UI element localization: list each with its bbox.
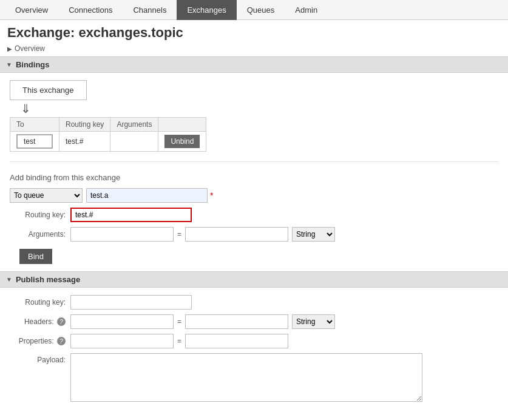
cell-routing-key: test.#	[59, 132, 110, 152]
queue-input[interactable]	[86, 188, 208, 203]
to-cell-value: test	[16, 134, 53, 149]
bindings-arrow-icon: ▼	[6, 61, 12, 68]
col-arguments: Arguments	[110, 118, 158, 132]
bindings-diagram: This exchange ⇓ To Routing key Arguments…	[10, 80, 498, 152]
bind-button[interactable]: Bind	[19, 249, 52, 264]
publish-routing-key-row: Routing key:	[10, 295, 498, 310]
publish-routing-key-input[interactable]	[70, 295, 192, 310]
to-queue-select[interactable]: To queue To exchange	[10, 188, 83, 203]
table-row: test test.# Unbind	[10, 132, 206, 152]
add-binding-title: Add binding from this exchange	[10, 168, 498, 182]
routing-key-input[interactable]	[70, 208, 192, 222]
arguments-row: Arguments: = String Integer Boolean	[10, 227, 498, 242]
overview-label: Overview	[15, 44, 45, 53]
overview-triangle-icon: ▶	[7, 46, 12, 52]
overview-link[interactable]: ▶ Overview	[0, 43, 508, 56]
publish-section-header[interactable]: ▼ Publish message	[0, 271, 508, 288]
headers-value-input[interactable]	[185, 314, 288, 329]
properties-key-input[interactable]	[70, 334, 174, 348]
payload-label: Payload:	[10, 353, 70, 364]
divider	[10, 161, 498, 162]
tab-overview[interactable]: Overview	[5, 0, 58, 20]
properties-row: Properties: ? =	[10, 334, 498, 348]
tab-connections[interactable]: Connections	[58, 0, 123, 20]
bindings-section-header[interactable]: ▼ Bindings	[0, 56, 508, 73]
cell-arguments	[110, 132, 158, 152]
page-title: Exchange: exchanges.topic	[0, 20, 508, 43]
payload-textarea[interactable]	[70, 353, 422, 402]
bindings-table: To Routing key Arguments test test.# Unb…	[10, 117, 206, 152]
col-action	[158, 118, 206, 132]
routing-key-row: Routing key:	[10, 208, 498, 222]
headers-string-select[interactable]: String Integer Boolean	[292, 314, 335, 329]
tab-queues[interactable]: Queues	[237, 0, 285, 20]
headers-label: Headers: ?	[10, 317, 70, 327]
bindings-section-body: This exchange ⇓ To Routing key Arguments…	[0, 73, 508, 271]
to-queue-row: To queue To exchange *	[10, 188, 498, 203]
bindings-header-label: Bindings	[16, 60, 50, 69]
exchange-box: This exchange	[10, 80, 87, 100]
headers-row: Headers: ? = String Integer Boolean	[10, 314, 498, 329]
properties-label: Properties: ?	[10, 337, 70, 346]
equals-sign: =	[177, 230, 181, 239]
properties-value-input[interactable]	[185, 334, 288, 348]
tab-channels[interactable]: Channels	[123, 0, 177, 20]
tab-admin[interactable]: Admin	[285, 0, 328, 20]
arguments-value-input[interactable]	[185, 227, 288, 242]
col-to: To	[10, 118, 59, 132]
publish-routing-key-label: Routing key:	[10, 298, 70, 307]
headers-equals: =	[177, 317, 181, 326]
cell-unbind: Unbind	[158, 132, 206, 152]
headers-key-input[interactable]	[70, 314, 174, 329]
string-type-select[interactable]: String Integer Boolean	[292, 227, 335, 242]
publish-header-label: Publish message	[16, 275, 80, 284]
routing-key-form-label: Routing key:	[10, 211, 70, 219]
arguments-form-label: Arguments:	[10, 230, 70, 239]
payload-row: Payload:	[10, 353, 498, 402]
cell-to: test	[10, 132, 59, 152]
bind-button-row: Bind	[10, 246, 498, 264]
publish-section-body: Routing key: Headers: ? = String Integer…	[0, 288, 508, 419]
arguments-key-input[interactable]	[70, 227, 174, 242]
publish-arrow-icon: ▼	[6, 276, 12, 283]
headers-help-icon[interactable]: ?	[57, 317, 66, 326]
required-star: *	[210, 191, 213, 200]
page-title-name: exchanges.topic	[78, 25, 183, 40]
tab-exchanges[interactable]: Exchanges	[177, 0, 236, 20]
properties-equals: =	[177, 337, 181, 345]
col-routing-key: Routing key	[59, 118, 110, 132]
flow-arrow-icon: ⇓	[21, 103, 31, 115]
nav-tabs: Overview Connections Channels Exchanges …	[0, 0, 508, 20]
to-queue-label: To queue To exchange	[10, 188, 86, 203]
properties-help-icon[interactable]: ?	[57, 337, 66, 345]
page-title-prefix: Exchange:	[7, 25, 75, 40]
unbind-button[interactable]: Unbind	[164, 135, 200, 148]
